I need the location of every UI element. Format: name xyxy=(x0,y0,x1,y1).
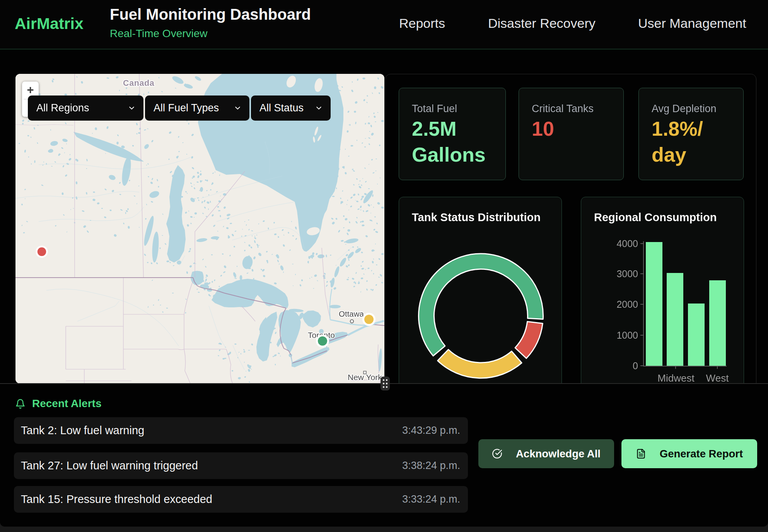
svg-text:0: 0 xyxy=(633,360,638,371)
svg-text:West: West xyxy=(706,372,729,383)
svg-text:1000: 1000 xyxy=(616,330,638,341)
svg-text:Ottawa: Ottawa xyxy=(339,309,364,318)
svg-text:Midwest: Midwest xyxy=(657,372,695,383)
svg-text:Canada: Canada xyxy=(123,78,155,88)
svg-text:4000: 4000 xyxy=(616,238,638,249)
svg-text:3000: 3000 xyxy=(616,268,638,279)
svg-text:2000: 2000 xyxy=(616,299,638,310)
